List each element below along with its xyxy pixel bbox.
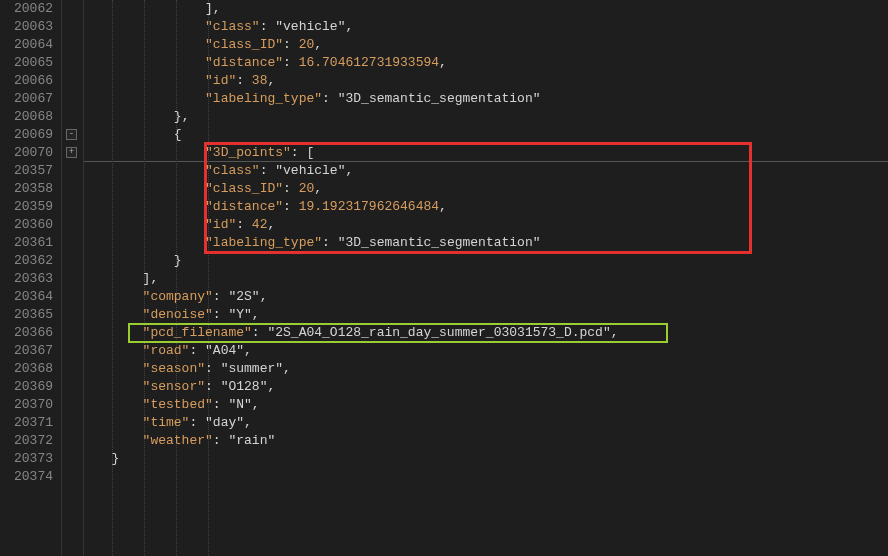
line-number: 20362 bbox=[4, 252, 53, 270]
line-number: 20371 bbox=[4, 414, 53, 432]
code-line: } bbox=[88, 450, 888, 468]
json-number: 38 bbox=[252, 73, 268, 88]
json-key: "labeling_type" bbox=[205, 91, 322, 106]
json-string: "summer" bbox=[221, 361, 283, 376]
json-string: "rain" bbox=[228, 433, 275, 448]
code-line: "weather": "rain" bbox=[88, 432, 888, 450]
line-number-gutter: 20062 20063 20064 20065 20066 20067 2006… bbox=[0, 0, 62, 556]
json-string: "vehicle" bbox=[275, 19, 345, 34]
code-line: "road": "A04", bbox=[88, 342, 888, 360]
line-number: 20366 bbox=[4, 324, 53, 342]
json-key: "season" bbox=[143, 361, 205, 376]
code-line bbox=[88, 468, 888, 486]
line-number: 20370 bbox=[4, 396, 53, 414]
json-key: "class" bbox=[205, 19, 260, 34]
json-number: 42 bbox=[252, 217, 268, 232]
code-line: "season": "summer", bbox=[88, 360, 888, 378]
bracket-close: ], bbox=[205, 1, 221, 16]
line-number: 20374 bbox=[4, 468, 53, 486]
line-number: 20357 bbox=[4, 162, 53, 180]
json-key: "id" bbox=[205, 217, 236, 232]
code-line: }, bbox=[88, 108, 888, 126]
json-key: "class" bbox=[205, 163, 260, 178]
fold-expand-icon[interactable]: + bbox=[66, 147, 77, 158]
code-line: "testbed": "N", bbox=[88, 396, 888, 414]
code-line: "distance": 19.192317962646484, bbox=[88, 198, 888, 216]
line-number: 20064 bbox=[4, 36, 53, 54]
line-number: 20364 bbox=[4, 288, 53, 306]
code-line: "class_ID": 20, bbox=[88, 180, 888, 198]
bracket-close: ], bbox=[143, 271, 159, 286]
code-line: "class_ID": 20, bbox=[88, 36, 888, 54]
code-line: "pcd_filename": "2S_A04_O128_rain_day_su… bbox=[88, 324, 888, 342]
code-line: "labeling_type": "3D_semantic_segmentati… bbox=[88, 234, 888, 252]
brace-close: }, bbox=[174, 109, 190, 124]
json-key: "class_ID" bbox=[205, 181, 283, 196]
line-number: 20369 bbox=[4, 378, 53, 396]
json-string: "2S_A04_O128_rain_day_summer_03031573_D.… bbox=[267, 325, 610, 340]
code-editor: 20062 20063 20064 20065 20066 20067 2006… bbox=[0, 0, 888, 556]
code-line: ], bbox=[88, 270, 888, 288]
code-line: "class": "vehicle", bbox=[88, 162, 888, 180]
json-key: "distance" bbox=[205, 55, 283, 70]
line-number: 20069 bbox=[4, 126, 53, 144]
line-number: 20361 bbox=[4, 234, 53, 252]
code-line: } bbox=[88, 252, 888, 270]
json-key: "sensor" bbox=[143, 379, 205, 394]
json-key: "road" bbox=[143, 343, 190, 358]
code-line: "3D_points": [ bbox=[88, 144, 888, 162]
json-key: "weather" bbox=[143, 433, 213, 448]
json-key: "time" bbox=[143, 415, 190, 430]
line-number: 20067 bbox=[4, 90, 53, 108]
code-line: "id": 38, bbox=[88, 72, 888, 90]
json-number: 16.704612731933594 bbox=[299, 55, 439, 70]
json-key: "distance" bbox=[205, 199, 283, 214]
code-line: ], bbox=[88, 0, 888, 18]
json-string: "vehicle" bbox=[275, 163, 345, 178]
json-number: 20 bbox=[299, 181, 315, 196]
line-number: 20358 bbox=[4, 180, 53, 198]
line-number: 20365 bbox=[4, 306, 53, 324]
code-area[interactable]: ], "class": "vehicle", "class_ID": 20, "… bbox=[84, 0, 888, 556]
json-key: "class_ID" bbox=[205, 37, 283, 52]
code-line: "labeling_type": "3D_semantic_segmentati… bbox=[88, 90, 888, 108]
line-number: 20065 bbox=[4, 54, 53, 72]
line-number: 20063 bbox=[4, 18, 53, 36]
line-number: 20062 bbox=[4, 0, 53, 18]
code-line: "sensor": "O128", bbox=[88, 378, 888, 396]
code-line: { bbox=[88, 126, 888, 144]
json-number: 19.192317962646484 bbox=[299, 199, 439, 214]
line-number: 20066 bbox=[4, 72, 53, 90]
code-line: "id": 42, bbox=[88, 216, 888, 234]
code-line: "distance": 16.704612731933594, bbox=[88, 54, 888, 72]
json-key: "company" bbox=[143, 289, 213, 304]
json-string: "N" bbox=[228, 397, 251, 412]
json-key: "id" bbox=[205, 73, 236, 88]
json-string: "Y" bbox=[228, 307, 251, 322]
json-key: "pcd_filename" bbox=[143, 325, 252, 340]
line-number: 20070 bbox=[4, 144, 53, 162]
json-key: "3D_points" bbox=[205, 145, 291, 160]
line-number: 20367 bbox=[4, 342, 53, 360]
fold-collapse-icon[interactable]: - bbox=[66, 129, 77, 140]
line-number: 20068 bbox=[4, 108, 53, 126]
fold-gutter: - + bbox=[62, 0, 84, 556]
code-line: "class": "vehicle", bbox=[88, 18, 888, 36]
json-string: "O128" bbox=[221, 379, 268, 394]
code-line: "time": "day", bbox=[88, 414, 888, 432]
line-number: 20359 bbox=[4, 198, 53, 216]
brace-close: } bbox=[111, 451, 119, 466]
json-key: "labeling_type" bbox=[205, 235, 322, 250]
json-key: "denoise" bbox=[143, 307, 213, 322]
json-key: "testbed" bbox=[143, 397, 213, 412]
line-number: 20372 bbox=[4, 432, 53, 450]
json-string: "A04" bbox=[205, 343, 244, 358]
line-number: 20360 bbox=[4, 216, 53, 234]
brace-open: { bbox=[174, 127, 182, 142]
line-number: 20363 bbox=[4, 270, 53, 288]
line-number: 20373 bbox=[4, 450, 53, 468]
json-string: "3D_semantic_segmentation" bbox=[338, 235, 541, 250]
json-number: 20 bbox=[299, 37, 315, 52]
code-line: "denoise": "Y", bbox=[88, 306, 888, 324]
line-number: 20368 bbox=[4, 360, 53, 378]
